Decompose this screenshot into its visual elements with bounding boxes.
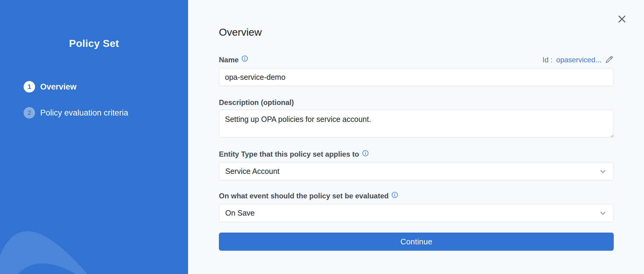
edit-icon <box>605 55 614 64</box>
entity-type-selected-value: Service Account <box>225 167 279 176</box>
info-icon[interactable] <box>362 150 369 157</box>
description-label: Description (optional) <box>219 98 614 107</box>
chevron-down-icon <box>598 209 607 218</box>
info-icon[interactable] <box>391 191 398 198</box>
entity-type-select[interactable]: Service Account <box>219 162 614 181</box>
sidebar-title: Policy Set <box>0 37 188 50</box>
step-number-badge: 2 <box>24 107 35 119</box>
event-selected-value: On Save <box>225 209 255 217</box>
continue-button[interactable]: Continue <box>219 233 614 251</box>
step-label: Overview <box>40 82 76 92</box>
event-label: On what event should the policy set be e… <box>219 192 614 200</box>
info-icon[interactable] <box>241 55 248 62</box>
edit-id-button[interactable] <box>605 55 614 64</box>
name-id-row: Name Id : opaserviced... <box>219 55 614 64</box>
step-number-badge: 1 <box>24 81 35 93</box>
id-group: Id : opaserviced... <box>542 55 614 64</box>
close-icon <box>617 15 626 24</box>
id-label: Id : <box>542 56 552 64</box>
id-value-link[interactable]: opaserviced... <box>556 56 601 64</box>
step-overview[interactable]: 1 Overview <box>24 81 188 93</box>
overview-panel: Overview Name Id : opaserviced... <box>188 0 644 274</box>
step-list: 1 Overview 2 Policy evaluation criteria <box>0 81 188 119</box>
page-title: Overview <box>219 26 614 38</box>
name-input[interactable] <box>219 68 614 86</box>
event-select[interactable]: On Save <box>219 204 614 222</box>
close-button[interactable] <box>616 13 628 25</box>
step-policy-evaluation-criteria[interactable]: 2 Policy evaluation criteria <box>24 107 188 119</box>
step-label: Policy evaluation criteria <box>40 108 128 118</box>
sidebar-wave-decoration <box>0 210 188 274</box>
entity-type-label: Entity Type that this policy set applies… <box>219 150 614 158</box>
description-textarea[interactable]: Setting up OPA policies for service acco… <box>219 109 614 138</box>
chevron-down-icon <box>598 167 607 176</box>
name-label: Name <box>219 56 248 64</box>
policy-set-sidebar: Policy Set 1 Overview 2 Policy evaluatio… <box>0 0 188 274</box>
